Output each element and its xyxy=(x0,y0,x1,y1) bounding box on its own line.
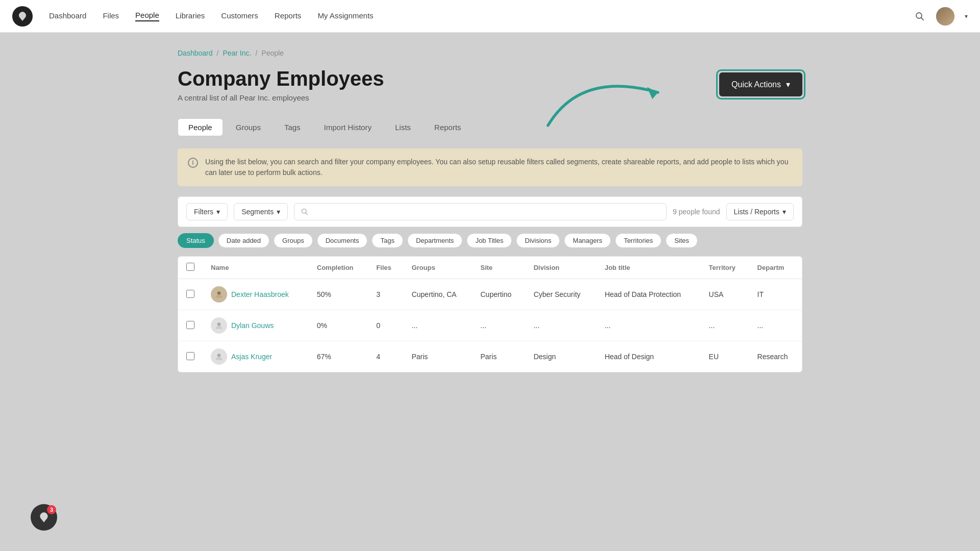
tab-reports[interactable]: Reports xyxy=(424,118,472,136)
chip-date-added[interactable]: Date added xyxy=(218,233,270,248)
table-row: Dylan Gouws 0%0.................. xyxy=(178,310,802,341)
chip-documents[interactable]: Documents xyxy=(317,233,368,248)
row-checkbox-2[interactable] xyxy=(186,352,194,360)
tab-groups[interactable]: Groups xyxy=(225,118,272,136)
quick-actions-area: Quick Actions ▾ xyxy=(719,72,802,96)
filters-label: Filters xyxy=(194,208,213,216)
search-bar[interactable] xyxy=(294,203,667,220)
chip-tags[interactable]: Tags xyxy=(372,233,403,248)
chip-groups[interactable]: Groups xyxy=(274,233,313,248)
cell-department-1: ... xyxy=(749,310,802,341)
quick-actions-wrapper: Quick Actions ▾ xyxy=(719,72,802,96)
quick-actions-button[interactable]: Quick Actions ▾ xyxy=(719,72,802,96)
svg-point-5 xyxy=(217,291,221,295)
chip-territories[interactable]: Territories xyxy=(615,233,662,248)
nav-libraries[interactable]: Libraries xyxy=(176,11,205,21)
quick-actions-chevron: ▾ xyxy=(786,80,790,89)
name-cell-0: Dexter Haasbroek xyxy=(211,286,301,303)
person-avatar-0 xyxy=(211,286,227,303)
page-header-row: Company Employees A central list of all … xyxy=(178,67,802,102)
svg-line-4 xyxy=(306,213,307,214)
table-select-all-header xyxy=(178,257,203,279)
col-name: Name xyxy=(203,257,309,279)
chip-sites[interactable]: Sites xyxy=(666,233,698,248)
breadcrumb-company[interactable]: Pear Inc. xyxy=(223,49,251,57)
cell-files-2: 4 xyxy=(368,341,403,372)
user-menu-chevron[interactable]: ▾ xyxy=(965,13,968,20)
select-all-checkbox[interactable] xyxy=(186,263,194,271)
person-name-2[interactable]: Asjas Kruger xyxy=(231,353,272,361)
cell-groups-1: ... xyxy=(403,310,472,341)
cell-division-1: ... xyxy=(525,310,596,341)
nav-links: Dashboard Files People Libraries Custome… xyxy=(49,11,912,21)
nav-files[interactable]: Files xyxy=(103,11,119,21)
nav-customers[interactable]: Customers xyxy=(221,11,258,21)
people-found-count: 9 people found xyxy=(673,208,720,216)
col-department: Departm xyxy=(749,257,802,279)
cell-groups-2: Paris xyxy=(403,341,472,372)
cell-groups-0: Cupertino, CA xyxy=(403,279,472,310)
svg-line-1 xyxy=(921,17,924,20)
chip-status[interactable]: Status xyxy=(178,233,214,248)
people-table: Name Completion Files Groups Site Divisi… xyxy=(178,257,802,372)
search-icon[interactable] xyxy=(912,8,928,24)
nav-right: ▾ xyxy=(912,7,968,26)
chip-managers[interactable]: Managers xyxy=(564,233,611,248)
col-completion: Completion xyxy=(309,257,368,279)
nav-dashboard[interactable]: Dashboard xyxy=(49,11,86,21)
app-logo[interactable] xyxy=(12,6,33,27)
col-job-title: Job title xyxy=(597,257,701,279)
cell-job-title-1: ... xyxy=(597,310,701,341)
notification-badge[interactable]: 3 xyxy=(31,504,57,531)
table-row: Dexter Haasbroek 50%3Cupertino, CACupert… xyxy=(178,279,802,310)
page-subtitle: A central list of all Pear Inc. employee… xyxy=(178,93,384,102)
search-input[interactable] xyxy=(313,208,660,216)
tab-lists[interactable]: Lists xyxy=(384,118,422,136)
person-name-1[interactable]: Dylan Gouws xyxy=(231,321,274,330)
col-files: Files xyxy=(368,257,403,279)
person-avatar-1 xyxy=(211,317,227,334)
top-navigation: Dashboard Files People Libraries Custome… xyxy=(0,0,980,33)
col-site: Site xyxy=(472,257,525,279)
filters-button[interactable]: Filters ▾ xyxy=(186,203,228,220)
breadcrumb-sep-1: / xyxy=(217,49,219,57)
row-checkbox-0[interactable] xyxy=(186,290,194,298)
breadcrumb-current: People xyxy=(261,49,284,57)
user-avatar[interactable] xyxy=(936,7,954,26)
svg-point-7 xyxy=(217,354,221,357)
quick-actions-label: Quick Actions xyxy=(731,80,781,89)
breadcrumb: Dashboard / Pear Inc. / People xyxy=(178,49,802,57)
row-checkbox-1[interactable] xyxy=(186,321,194,329)
tab-tags[interactable]: Tags xyxy=(274,118,311,136)
cell-department-2: Research xyxy=(749,341,802,372)
cell-completion-0: 50% xyxy=(309,279,368,310)
lists-reports-label: Lists / Reports xyxy=(734,208,779,216)
nav-people[interactable]: People xyxy=(135,11,159,21)
col-territory: Territory xyxy=(701,257,749,279)
chip-divisions[interactable]: Divisions xyxy=(516,233,560,248)
cell-completion-1: 0% xyxy=(309,310,368,341)
nav-reports[interactable]: Reports xyxy=(275,11,302,21)
tab-people[interactable]: People xyxy=(178,118,223,136)
cell-territory-0: USA xyxy=(701,279,749,310)
main-content: Dashboard / Pear Inc. / People Company E… xyxy=(153,33,827,389)
tab-import-history[interactable]: Import History xyxy=(313,118,382,136)
cell-territory-1: ... xyxy=(701,310,749,341)
lists-reports-button[interactable]: Lists / Reports ▾ xyxy=(726,203,794,220)
page-title-area: Company Employees A central list of all … xyxy=(178,67,384,102)
person-name-0[interactable]: Dexter Haasbroek xyxy=(231,290,289,298)
cell-site-2: Paris xyxy=(472,341,525,372)
chip-departments[interactable]: Departments xyxy=(407,233,462,248)
segments-button[interactable]: Segments ▾ xyxy=(234,203,288,220)
cell-job-title-0: Head of Data Protection xyxy=(597,279,701,310)
cell-files-1: 0 xyxy=(368,310,403,341)
col-groups: Groups xyxy=(403,257,472,279)
breadcrumb-dashboard[interactable]: Dashboard xyxy=(178,49,213,57)
filter-bar: Filters ▾ Segments ▾ 9 people found List… xyxy=(178,196,802,227)
chip-job-titles[interactable]: Job Titles xyxy=(467,233,512,248)
cell-completion-2: 67% xyxy=(309,341,368,372)
filter-chips: StatusDate addedGroupsDocumentsTagsDepar… xyxy=(178,233,802,248)
cell-site-0: Cupertino xyxy=(472,279,525,310)
name-cell-1: Dylan Gouws xyxy=(211,317,301,334)
nav-my-assignments[interactable]: My Assignments xyxy=(317,11,373,21)
